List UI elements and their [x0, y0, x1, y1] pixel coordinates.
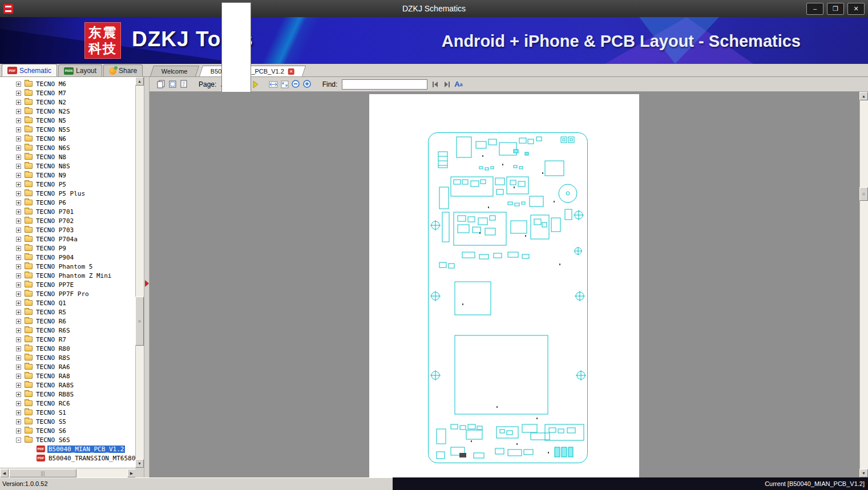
tree-item-folder[interactable]: +TECNO P9 — [0, 244, 136, 253]
expand-icon[interactable]: + — [16, 209, 21, 214]
tree-item-folder[interactable]: +TECNO M7 — [0, 88, 136, 98]
expand-icon[interactable]: + — [16, 136, 21, 141]
tab-layout[interactable]: PADS Layout — [58, 64, 102, 76]
expand-icon[interactable]: + — [16, 109, 21, 114]
expand-icon[interactable]: + — [16, 273, 21, 278]
tree-item-folder[interactable]: +TECNO N8S — [0, 161, 136, 171]
tree-item-folder[interactable]: +TECNO N6 — [0, 134, 136, 143]
pdf-vertical-scrollbar[interactable]: ▲ ≡ ▼ — [859, 92, 868, 477]
tree-item-folder[interactable]: +TECNO R6 — [0, 317, 136, 326]
pdf-viewer[interactable]: ▲ ≡ ▼ — [150, 92, 868, 477]
tree-item-folder[interactable]: +TECNO RB8S — [0, 390, 136, 399]
tree-item-folder[interactable]: +TECNO R6S — [0, 326, 136, 335]
snapshot-icon[interactable] — [167, 79, 178, 90]
expand-icon[interactable]: + — [16, 173, 21, 178]
tree-item-folder[interactable]: +TECNO R80 — [0, 344, 136, 353]
panel-splitter[interactable] — [144, 77, 150, 477]
find-previous-icon[interactable] — [430, 79, 441, 90]
tree-item-folder[interactable]: +TECNO PP7F Pro — [0, 289, 136, 298]
expand-icon[interactable]: + — [16, 282, 21, 287]
tree-item-folder[interactable]: +TECNO P701 — [0, 207, 136, 216]
expand-icon[interactable]: + — [16, 191, 21, 196]
tree-item-folder[interactable]: +TECNO Phantom Z Mini — [0, 271, 136, 280]
tree-item-folder[interactable]: +TECNO P702 — [0, 216, 136, 225]
expand-icon[interactable]: + — [16, 264, 21, 269]
expand-icon[interactable]: + — [16, 164, 21, 169]
tree-item-folder[interactable]: +TECNO N2S — [0, 107, 136, 116]
scroll-right-icon[interactable]: ▶ — [127, 469, 136, 477]
expand-icon[interactable]: + — [16, 237, 21, 242]
expand-icon[interactable]: + — [16, 91, 21, 96]
expand-icon[interactable]: + — [16, 337, 21, 342]
tree-item-folder[interactable]: +TECNO RA8S — [0, 380, 136, 390]
find-input[interactable] — [342, 79, 427, 90]
scroll-up-icon[interactable]: ▲ — [135, 77, 144, 86]
tree-item-folder[interactable]: +TECNO N8 — [0, 152, 136, 161]
tree-vertical-scrollbar[interactable]: ▲ ≡ ▼ — [135, 77, 144, 468]
expand-icon[interactable]: + — [16, 82, 21, 87]
tree-item-folder[interactable]: -TECNO S6S — [0, 435, 136, 444]
tree-item-folder[interactable]: +TECNO P703 — [0, 225, 136, 234]
expand-icon[interactable]: + — [16, 291, 21, 297]
scroll-left-icon[interactable]: ◀ — [0, 469, 9, 477]
expand-icon[interactable]: + — [16, 410, 21, 415]
expand-icon[interactable]: + — [16, 328, 21, 333]
zoom-out-icon[interactable] — [290, 79, 302, 90]
fit-page-icon[interactable] — [279, 79, 290, 90]
match-case-icon[interactable]: Aa — [453, 79, 464, 90]
tree-item-folder[interactable]: +TECNO R8S — [0, 353, 136, 362]
expand-icon[interactable]: + — [16, 200, 21, 205]
expand-icon[interactable]: + — [16, 310, 21, 315]
scroll-down-icon[interactable]: ▼ — [135, 459, 144, 468]
expand-icon[interactable]: + — [16, 127, 21, 132]
tree-item-folder[interactable]: +TECNO RC6 — [0, 399, 136, 408]
doc-tab-current[interactable]: B50040_MIAN_PCB_V1.2 ✕ — [199, 66, 306, 76]
tree-item-pdf[interactable]: PDFB50040_MIAN_PCB_V1.2 — [0, 444, 136, 453]
expand-icon[interactable]: + — [16, 228, 21, 233]
expand-icon[interactable]: + — [16, 355, 21, 361]
expand-icon[interactable]: + — [16, 301, 21, 306]
tree-item-folder[interactable]: +TECNO P5 — [0, 180, 136, 189]
tree-item-folder[interactable]: +TECNO N5S — [0, 125, 136, 134]
pdf-vscroll-thumb[interactable]: ≡ — [859, 187, 868, 201]
tree-item-folder[interactable]: +TECNO P5 Plus — [0, 189, 136, 198]
scroll-up-icon[interactable]: ▲ — [859, 92, 868, 100]
tree-item-folder[interactable]: +TECNO RA8 — [0, 371, 136, 380]
expand-icon[interactable]: + — [16, 419, 21, 424]
tree-item-folder[interactable]: +TECNO N6S — [0, 143, 136, 152]
scroll-down-icon[interactable]: ▼ — [859, 469, 868, 477]
expand-icon[interactable]: + — [16, 100, 21, 105]
expand-icon[interactable]: + — [16, 145, 21, 151]
tree-item-folder[interactable]: +TECNO Phantom 5 — [0, 262, 136, 271]
tree-item-folder[interactable]: +TECNO N5 — [0, 116, 136, 125]
collapse-icon[interactable]: - — [16, 438, 21, 443]
tree-item-folder[interactable]: +TECNO M6 — [0, 79, 136, 88]
expand-icon[interactable]: + — [16, 118, 21, 123]
tree-item-folder[interactable]: +TECNO PP7E — [0, 280, 136, 289]
expand-icon[interactable]: + — [16, 383, 21, 388]
tree-horizontal-scrollbar[interactable]: ◀ ||| ▶ — [0, 468, 136, 477]
tree-item-pdf[interactable]: PDFB50040_TRANSSION_MT6580_M — [0, 453, 136, 463]
expand-icon[interactable]: + — [16, 365, 21, 370]
expand-icon[interactable]: + — [16, 246, 21, 251]
tree-item-folder[interactable]: +TECNO R5 — [0, 307, 136, 317]
expand-icon[interactable]: + — [16, 182, 21, 187]
tree-item-folder[interactable]: +TECNO P904 — [0, 253, 136, 262]
zoom-in-icon[interactable] — [302, 79, 313, 90]
tree-item-folder[interactable]: +TECNO RA6 — [0, 362, 136, 371]
fit-width-icon[interactable] — [268, 79, 279, 90]
expand-icon[interactable]: + — [16, 346, 21, 351]
tree-item-folder[interactable]: +TECNO S5 — [0, 417, 136, 426]
tree-vscroll-thumb[interactable]: ≡ — [135, 297, 144, 346]
tree-item-folder[interactable]: +TECNO N9 — [0, 171, 136, 180]
tree-item-folder[interactable]: +TECNO R7 — [0, 335, 136, 344]
collapse-panel-icon[interactable] — [145, 280, 149, 287]
expand-icon[interactable]: + — [16, 218, 21, 224]
tree-item-folder[interactable]: +TECNO S6 — [0, 426, 136, 435]
expand-icon[interactable]: + — [16, 155, 21, 160]
copy-page-icon[interactable] — [155, 79, 167, 90]
expand-icon[interactable]: + — [16, 392, 21, 397]
tree-item-folder[interactable]: +TECNO S1 — [0, 408, 136, 417]
expand-icon[interactable]: + — [16, 374, 21, 379]
close-tab-icon[interactable]: ✕ — [288, 68, 294, 75]
